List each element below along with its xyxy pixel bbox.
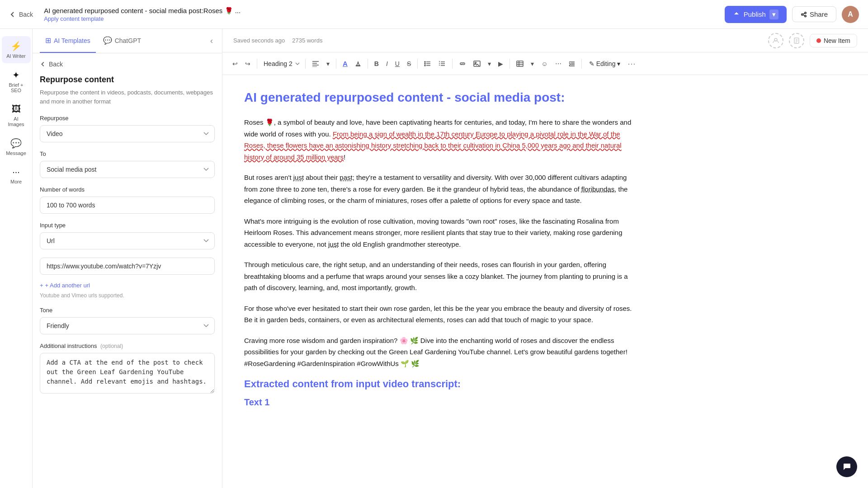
additional-group: Additional instructions (optional) Add a…: [40, 343, 215, 395]
italic-button[interactable]: I: [383, 58, 391, 69]
icon-sidebar: ⚡ AI Writer ✦ Brief + SEO 🖼 AI Images 💬 …: [0, 29, 33, 488]
tone-label: Tone: [40, 307, 215, 314]
image-insert-button[interactable]: [471, 59, 483, 69]
bold-button[interactable]: B: [372, 58, 382, 69]
input-type-label: Input type: [40, 222, 215, 229]
word-count: 2735 words: [292, 37, 322, 44]
play-button[interactable]: ▶: [495, 58, 506, 69]
emoji-button[interactable]: ☺: [538, 58, 550, 69]
saved-status: Saved seconds ago: [233, 37, 285, 44]
text-color-button[interactable]: A: [340, 58, 350, 69]
tab-ai-templates[interactable]: ⊞ AI Templates: [40, 29, 96, 53]
editor-content[interactable]: AI generated repurposed content - social…: [222, 75, 656, 488]
chatgpt-icon: 💬: [103, 36, 112, 45]
tab-chatgpt[interactable]: 💬 ChatGPT: [98, 29, 146, 53]
to-label: To: [40, 150, 215, 157]
panel-back-link[interactable]: Back: [40, 61, 215, 68]
repurpose-select[interactable]: Video: [40, 125, 215, 142]
chat-support-button[interactable]: [836, 456, 857, 477]
paragraph-5: For those who've ever hesitated to start…: [244, 303, 635, 326]
heading-select[interactable]: Heading 2: [261, 58, 302, 69]
history-link[interactable]: From being a sign of wealth in the 17th …: [244, 130, 622, 161]
svg-point-0: [805, 12, 807, 14]
svg-point-6: [425, 63, 425, 64]
paragraph-6: Craving more rose wisdom and garden insp…: [244, 335, 635, 370]
tone-select[interactable]: Friendly: [40, 317, 215, 334]
user-avatar[interactable]: A: [842, 6, 859, 23]
repurpose-group: Repurpose Video: [40, 115, 215, 142]
lightning-icon: ⚡: [10, 41, 22, 52]
toolbar-more-options[interactable]: ⋯: [627, 59, 636, 69]
table-button[interactable]: [514, 59, 526, 69]
repurpose-label: Repurpose: [40, 115, 215, 122]
sidebar-item-brief-seo[interactable]: ✦ Brief + SEO: [2, 65, 31, 98]
words-group: Number of words: [40, 186, 215, 214]
input-type-group: Input type Url: [40, 222, 215, 249]
more-dots-icon: ···: [12, 167, 20, 177]
top-bar-title-group: AI generated repurposed content - social…: [44, 7, 241, 22]
publish-button[interactable]: Publish ▾: [725, 6, 787, 23]
chat-icon: 💬: [10, 138, 22, 149]
editing-dropdown-icon: ▾: [617, 60, 620, 67]
new-item-button[interactable]: New Item: [810, 34, 857, 47]
undo-button[interactable]: ↩: [230, 58, 241, 69]
toolbar-divider-5: [417, 59, 418, 69]
paragraph-4: Through meticulous care, the right setup…: [244, 259, 635, 294]
edit-pencil-icon: ✎: [589, 60, 594, 67]
red-dot-icon: [816, 38, 821, 43]
add-url-link[interactable]: + + Add another url: [40, 282, 215, 289]
image-icon: 🖼: [12, 104, 21, 114]
to-select[interactable]: Social media post: [40, 161, 215, 178]
publish-dropdown-arrow[interactable]: ▾: [769, 9, 778, 19]
floribundas-link[interactable]: floribundas: [581, 185, 614, 193]
redo-button[interactable]: ↪: [242, 58, 253, 69]
toolbar-divider-7: [509, 59, 510, 69]
more-toolbar-button[interactable]: ⋯: [552, 58, 564, 69]
words-input[interactable]: [40, 197, 215, 214]
table-dropdown-button[interactable]: ▾: [528, 58, 537, 69]
panel-content: Back Repurpose content Repurpose the con…: [33, 53, 222, 488]
bullet-list-button[interactable]: [421, 59, 434, 68]
to-group: To Social media post: [40, 150, 215, 178]
back-button[interactable]: Back: [9, 11, 33, 18]
collaborator-avatar-placeholder: [768, 33, 783, 48]
panel-description: Repurpose the content in videos, podcast…: [40, 88, 215, 106]
indent-button[interactable]: [566, 59, 578, 68]
text-1-label: Text 1: [244, 397, 635, 408]
share-button[interactable]: Share: [792, 6, 836, 22]
editing-button[interactable]: ✎ Editing ▾: [585, 58, 624, 69]
section-heading: Extracted content from input video trans…: [244, 378, 635, 390]
underline-button[interactable]: U: [392, 58, 402, 69]
status-left: Saved seconds ago 2735 words: [233, 37, 322, 44]
svg-point-5: [425, 61, 425, 62]
align-dropdown-button[interactable]: ▾: [324, 58, 332, 69]
plus-icon: +: [40, 282, 43, 289]
sidebar-item-ai-images[interactable]: 🖼 AI Images: [2, 99, 31, 131]
highlight-button[interactable]: [352, 59, 364, 69]
toolbar-divider-8: [581, 59, 582, 69]
url-input[interactable]: [40, 258, 215, 275]
toolbar-divider-3: [336, 59, 336, 69]
toolbar-divider-2: [305, 59, 306, 69]
sidebar-item-ai-writer[interactable]: ⚡ AI Writer: [2, 36, 31, 63]
panel-title: Repurpose content: [40, 75, 215, 84]
ordered-list-button[interactable]: [436, 59, 448, 68]
strikethrough-button[interactable]: S: [404, 58, 414, 69]
panel-collapse-button[interactable]: ‹: [208, 34, 215, 47]
align-button[interactable]: [309, 59, 322, 69]
toolbar-divider-4: [368, 59, 368, 69]
top-bar: Back AI generated repurposed content - s…: [0, 0, 868, 29]
image-dropdown-button[interactable]: ▾: [485, 58, 494, 69]
svg-rect-10: [517, 61, 523, 66]
past-link: past: [340, 174, 352, 181]
link-button[interactable]: [456, 59, 469, 69]
sidebar-item-more[interactable]: ··· More: [2, 162, 31, 189]
additional-label: Additional instructions (optional): [40, 343, 215, 349]
editor-area: Saved seconds ago 2735 words New Item ↩ …: [222, 29, 868, 488]
apply-template-link[interactable]: Apply content template: [44, 15, 104, 22]
sidebar-item-message[interactable]: 💬 Message: [2, 133, 31, 160]
additional-textarea[interactable]: Add a CTA at the end of the post to chec…: [40, 353, 215, 394]
editor-status-bar: Saved seconds ago 2735 words New Item: [222, 29, 868, 52]
url-hint: Youtube and Vimeo urls supported.: [40, 292, 215, 299]
input-type-select[interactable]: Url: [40, 232, 215, 249]
